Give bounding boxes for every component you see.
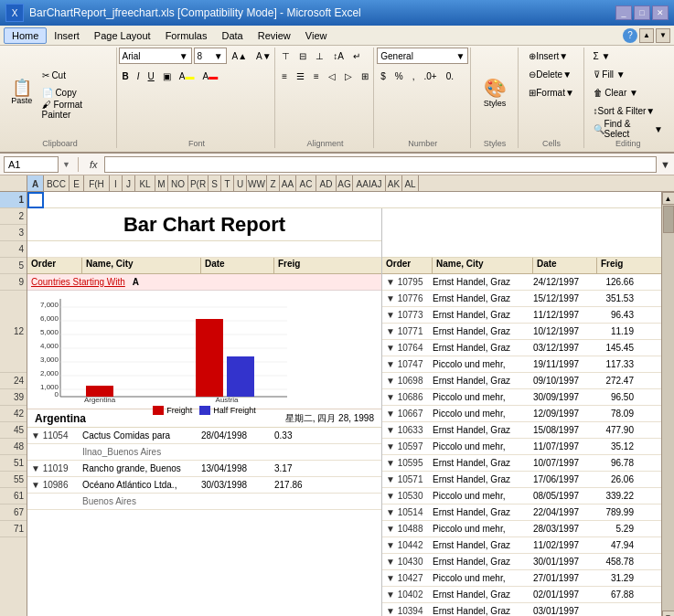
number-format-selector[interactable]: General▼ [377,48,468,64]
row-num-1[interactable]: 1 [0,192,27,208]
copy-button[interactable]: 📄 Copy [38,84,113,101]
underline-button[interactable]: U [144,68,158,84]
clear-button[interactable]: 🗑 Clear ▼ [590,84,642,101]
menu-data[interactable]: Data [214,28,250,43]
col-header-M[interactable]: M [155,175,168,192]
row-num-24[interactable]: 24 [0,373,27,389]
merge-center-button[interactable]: ⊞ [358,68,372,84]
row-num-5[interactable]: 5 [0,258,27,274]
col-header-Z[interactable]: Z [267,175,280,192]
col-header-NO[interactable]: NO [168,175,188,192]
row-num-71[interactable]: 71 [0,521,27,537]
align-bottom-button[interactable]: ⊥ [312,48,327,64]
font-name-selector[interactable]: Arial▼ [119,48,192,64]
col-header-J[interactable]: J [123,175,135,192]
row-num-9[interactable]: 9 [0,274,27,291]
decrease-decimal-button[interactable]: 0. [443,68,457,84]
col-header-KL[interactable]: KL [135,175,155,192]
insert-cells-button[interactable]: ⊕ Insert ▼ [525,48,572,64]
align-right-button[interactable]: ≡ [310,68,323,84]
cell-A1[interactable] [27,192,44,208]
col-header-AG[interactable]: AG [337,175,353,192]
menu-insert[interactable]: Insert [47,28,87,43]
window-controls[interactable]: _ □ ✕ [615,5,669,20]
paste-button[interactable]: 📋 Paste [7,77,37,108]
fx-button[interactable]: fx [86,159,102,170]
maximize-button[interactable]: □ [634,5,650,20]
wrap-text-button[interactable]: ↵ [349,48,364,64]
align-left-button[interactable]: ≡ [278,68,291,84]
col-header-AC[interactable]: AC [296,175,316,192]
row-num-51[interactable]: 51 [0,455,27,472]
close-button[interactable]: ✕ [652,5,669,20]
fill-color-button[interactable]: A▬ [176,68,198,84]
row-num-67[interactable]: 67 [0,504,27,521]
col-header-U[interactable]: U [234,175,247,192]
scroll-down-button[interactable]: ▼ [662,611,675,616]
row-num-2[interactable]: 2 [0,208,27,225]
country-link[interactable]: Countries Starting With [27,277,125,287]
italic-button[interactable]: I [134,68,144,84]
col-header-A[interactable]: A [27,175,44,192]
border-button[interactable]: ▣ [159,68,175,84]
expand-formula-button[interactable]: ▼ [660,159,670,170]
decrease-indent-button[interactable]: ◁ [325,68,339,84]
scroll-up-button[interactable]: ▲ [662,192,675,205]
currency-button[interactable]: $ [377,68,390,84]
col-header-BCC[interactable]: BCC [44,175,70,192]
cut-button[interactable]: ✂ Cut [38,67,113,83]
delete-cells-button[interactable]: ⊖ Delete ▼ [525,66,575,82]
col-header-AK[interactable]: AK [386,175,402,192]
col-header-AL[interactable]: AL [402,175,419,192]
row-num-45[interactable]: 45 [0,422,27,439]
row-num-48[interactable]: 48 [0,439,27,455]
text-direction-button[interactable]: ↕A [329,48,348,64]
minimize-button[interactable]: _ [615,5,632,20]
decrease-font-button[interactable]: A▼ [252,48,275,64]
formula-input[interactable] [104,156,657,173]
menu-home[interactable]: Home [4,27,47,44]
font-color-button[interactable]: A▬ [198,68,221,84]
col-header-FCH[interactable]: F(H [84,175,110,192]
col-header-E[interactable]: E [70,175,84,192]
row-num-12[interactable]: 12 [0,291,27,373]
row-num-42[interactable]: 42 [0,406,27,422]
ribbon-expand-button[interactable]: ▼ [656,28,670,43]
autosum-button[interactable]: Σ ▼ [590,48,615,64]
scroll-track[interactable] [662,205,675,611]
row-num-55[interactable]: 55 [0,472,27,488]
font-size-selector[interactable]: 8▼ [194,48,227,64]
align-middle-button[interactable]: ⊟ [295,48,310,64]
format-painter-button[interactable]: 🖌 Format Painter [38,101,113,118]
percent-button[interactable]: % [391,68,407,84]
help-icon[interactable]: ? [623,28,637,43]
menu-pagelayout[interactable]: Page Layout [87,28,158,43]
col-header-AAIAJ[interactable]: AAIAJ [353,175,386,192]
menu-view[interactable]: View [298,28,335,43]
col-header-WW[interactable]: WW [247,175,267,192]
increase-decimal-button[interactable]: .0+ [421,68,441,84]
fill-button[interactable]: ⊽ Fill ▼ [590,66,629,82]
row-num-61[interactable]: 61 [0,488,27,504]
comma-button[interactable]: , [409,68,419,84]
row-num-4[interactable]: 4 [0,241,27,258]
sort-filter-button[interactable]: ↕ Sort & Filter ▼ [590,102,659,119]
align-top-button[interactable]: ⊤ [278,48,294,64]
menu-formulas[interactable]: Formulas [158,28,215,43]
col-header-T[interactable]: T [221,175,234,192]
increase-font-button[interactable]: A▲ [229,48,251,64]
increase-indent-button[interactable]: ▷ [341,68,356,84]
format-cells-button[interactable]: ⊞ Format ▼ [525,84,578,101]
row-num-3[interactable]: 3 [0,225,27,241]
row-num-39[interactable]: 39 [0,389,27,406]
find-select-button[interactable]: 🔍 Find & Select ▼ [590,121,667,137]
cell-ref-dropdown[interactable]: ▼ [62,160,70,169]
col-header-PR[interactable]: P(R [188,175,209,192]
vertical-scrollbar[interactable]: ▲ ▼ [661,192,674,616]
col-header-AA[interactable]: AA [280,175,296,192]
menu-review[interactable]: Review [251,28,298,43]
ribbon-collapse-button[interactable]: ▲ [639,28,654,43]
cell-reference-box[interactable]: A1 [4,156,59,173]
scroll-thumb[interactable] [663,206,674,233]
styles-button[interactable]: 🎨 Styles [479,74,511,111]
